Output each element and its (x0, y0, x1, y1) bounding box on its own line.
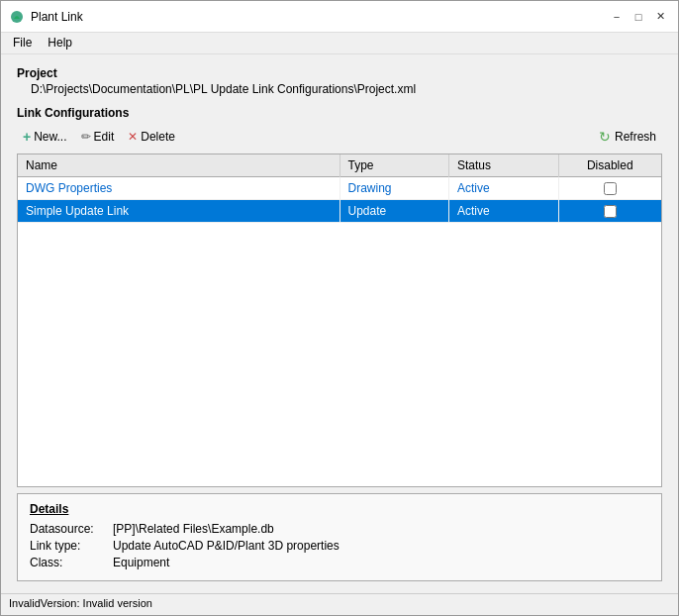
refresh-label: Refresh (615, 130, 656, 144)
table-container: Name Type Status Disabled DWG Properties (17, 154, 662, 487)
delete-button[interactable]: Delete (122, 127, 181, 147)
project-section: Project D:\Projects\Documentation\PL\PL … (17, 66, 662, 96)
status-message: InvalidVersion: Invalid version (9, 597, 152, 609)
new-label: New... (34, 130, 66, 144)
menu-help[interactable]: Help (40, 35, 80, 51)
project-label: Project (17, 66, 662, 80)
details-panel: Details Datasource: [PP]\Related Files\E… (17, 493, 662, 581)
refresh-icon: ↻ (599, 129, 611, 145)
row1-disabled-checkbox[interactable] (604, 182, 617, 195)
main-window: Plant Link − □ ✕ File Help Project D:\Pr… (0, 0, 679, 616)
title-bar-left: Plant Link (9, 9, 83, 25)
edit-button[interactable]: Edit (75, 127, 121, 147)
row2-status-text: Active (457, 204, 490, 218)
link-type-label: Link type: (30, 539, 109, 553)
row2-status: Active (449, 200, 559, 223)
table-header-row: Name Type Status Disabled (18, 154, 661, 177)
restore-button[interactable]: □ (629, 7, 648, 27)
col-disabled: Disabled (558, 154, 661, 177)
row1-disabled[interactable] (558, 177, 661, 200)
row1-status-link: Active (457, 181, 490, 195)
delete-label: Delete (141, 130, 175, 144)
close-button[interactable]: ✕ (650, 7, 670, 27)
row1-name-link[interactable]: DWG Properties (26, 181, 112, 195)
menu-bar: File Help (1, 33, 678, 54)
row1-type-link: Drawing (348, 181, 392, 195)
row1-status: Active (449, 177, 559, 200)
row2-disabled[interactable] (558, 200, 661, 223)
edit-label: Edit (94, 130, 115, 144)
detail-link-type-row: Link type: Update AutoCAD P&ID/Plant 3D … (30, 539, 649, 553)
toolbar: + New... Edit Delete ↻ Refresh (17, 126, 662, 148)
col-type: Type (340, 154, 449, 177)
col-name: Name (18, 154, 340, 177)
row1-name[interactable]: DWG Properties (18, 177, 340, 200)
table-row[interactable]: DWG Properties Drawing Active (18, 177, 661, 200)
window-title: Plant Link (31, 10, 83, 24)
class-value: Equipment (113, 556, 169, 569)
refresh-button[interactable]: ↻ Refresh (593, 126, 662, 148)
row2-type-text: Update (348, 204, 387, 218)
link-configurations-label: Link Configurations (17, 106, 662, 120)
link-type-value: Update AutoCAD P&ID/Plant 3D properties (113, 539, 340, 553)
plant-icon (9, 9, 25, 25)
datasource-label: Datasource: (30, 522, 109, 536)
link-configurations-section: Link Configurations + New... Edit Delete (17, 106, 662, 581)
row1-type: Drawing (340, 177, 449, 200)
detail-datasource-row: Datasource: [PP]\Related Files\Example.d… (30, 522, 649, 536)
datasource-value: [PP]\Related Files\Example.db (113, 522, 274, 536)
row2-type: Update (340, 200, 449, 223)
class-label: Class: (30, 556, 109, 569)
project-path: D:\Projects\Documentation\PL\PL Update L… (17, 82, 662, 96)
main-content: Project D:\Projects\Documentation\PL\PL … (1, 54, 678, 593)
details-title: Details (30, 502, 649, 516)
title-bar: Plant Link − □ ✕ (1, 1, 678, 33)
minimize-button[interactable]: − (607, 7, 627, 27)
status-bar: InvalidVersion: Invalid version (1, 593, 678, 615)
configurations-table: Name Type Status Disabled DWG Properties (18, 154, 661, 223)
edit-icon (81, 130, 91, 144)
row2-disabled-checkbox[interactable] (604, 205, 617, 218)
new-icon: + (23, 129, 31, 145)
row2-name[interactable]: Simple Update Link (18, 200, 340, 223)
col-status: Status (449, 154, 559, 177)
table-row[interactable]: Simple Update Link Update Active (18, 200, 661, 223)
row2-name-text[interactable]: Simple Update Link (26, 204, 129, 218)
new-button[interactable]: + New... (17, 126, 73, 148)
title-bar-controls: − □ ✕ (607, 7, 670, 27)
menu-file[interactable]: File (5, 35, 40, 51)
detail-class-row: Class: Equipment (30, 556, 649, 569)
delete-icon (128, 130, 138, 144)
